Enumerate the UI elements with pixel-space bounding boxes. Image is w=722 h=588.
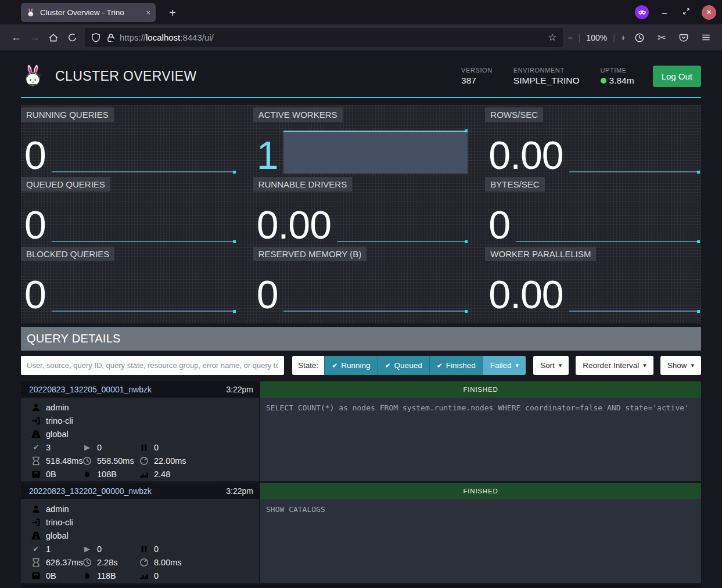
equalizer-icon bbox=[139, 571, 149, 580]
next-row-edge bbox=[21, 585, 701, 587]
stat-value: 0 bbox=[488, 207, 510, 243]
stat-sparkline bbox=[52, 131, 236, 174]
zoom-out-button[interactable]: − bbox=[568, 33, 573, 42]
lock-warning-icon[interactable] bbox=[106, 33, 116, 43]
query-id-link[interactable]: 20220823_132205_00001_nwbzk bbox=[29, 385, 152, 394]
window-minimize-button[interactable]: – bbox=[659, 8, 670, 17]
state-filter-running[interactable]: ✔Running bbox=[324, 356, 377, 375]
clock-icon bbox=[82, 558, 92, 567]
stat-tile-reserved-memory: RESERVED MEMORY (B) 0 bbox=[253, 244, 469, 314]
state-filter-finished[interactable]: ✔Finished bbox=[429, 356, 483, 375]
cpu-time: 2.28s bbox=[97, 558, 117, 567]
stat-tile-active-workers: ACTIVE WORKERS 1 bbox=[253, 105, 469, 175]
stat-tile-runnable-drivers: RUNNABLE DRIVERS 0.00 bbox=[253, 175, 469, 244]
cpu-time: 558.50ms bbox=[97, 456, 134, 466]
reorder-interval-dropdown[interactable]: Reorder Interval▾ bbox=[576, 356, 653, 375]
zoom-level[interactable]: 100% bbox=[586, 33, 607, 42]
home-icon bbox=[48, 33, 59, 43]
caret-down-icon: ▾ bbox=[643, 362, 646, 369]
state-filter-failed-dropdown[interactable]: Failed▾ bbox=[483, 356, 526, 375]
check-icon: ✔ bbox=[31, 544, 41, 553]
screenshot-button[interactable]: ✂ bbox=[652, 28, 671, 47]
play-icon: ▶ bbox=[82, 544, 92, 553]
query-rate: 0 bbox=[154, 571, 159, 580]
query-source: trino-cli bbox=[46, 518, 73, 527]
stat-tile-worker-parallelism: WORKER PARALLELISM 0.00 bbox=[485, 244, 701, 314]
tab-close-icon[interactable]: × bbox=[142, 8, 150, 17]
stat-label: RESERVED MEMORY (B) bbox=[253, 247, 367, 261]
query-search-input[interactable] bbox=[21, 356, 284, 375]
query-user: admin bbox=[46, 504, 69, 514]
execution-time: 8.00ms bbox=[154, 558, 182, 567]
hourglass-icon bbox=[31, 456, 41, 466]
browser-tab[interactable]: Cluster Overview - Trino × bbox=[21, 3, 156, 22]
bookmark-star-icon[interactable]: ☆ bbox=[548, 31, 556, 44]
running-splits: 0 bbox=[97, 544, 102, 554]
stat-label: BLOCKED QUERIES bbox=[21, 247, 114, 261]
gauge-icon bbox=[139, 558, 149, 567]
stat-tile-running-queries: RUNNING QUERIES 0 bbox=[21, 105, 237, 175]
url-text: https://localhost:8443/ui/ bbox=[120, 33, 548, 42]
query-user: admin bbox=[46, 403, 69, 412]
reload-icon bbox=[67, 33, 77, 42]
query-id-link[interactable]: 20220823_132202_00000_nwbzk bbox=[29, 486, 152, 496]
play-icon: ▶ bbox=[82, 443, 92, 452]
query-status-badge: FINISHED bbox=[260, 381, 701, 398]
wall-time: 626.37ms bbox=[46, 558, 83, 567]
caret-down-icon: ▾ bbox=[691, 362, 694, 369]
caret-down-icon: ▾ bbox=[559, 362, 562, 369]
user-icon bbox=[31, 403, 41, 412]
state-filter-queued[interactable]: ✔Queued bbox=[378, 356, 429, 375]
url-bar[interactable]: https://localhost:8443/ui/ ☆ bbox=[85, 28, 563, 47]
sort-dropdown[interactable]: Sort▾ bbox=[533, 356, 569, 375]
fire-icon bbox=[82, 470, 92, 479]
query-row: 20220823_132202_00000_nwbzk 3:22pm FINIS… bbox=[21, 483, 701, 583]
menu-button[interactable] bbox=[696, 28, 715, 47]
query-status-badge: FINISHED bbox=[260, 483, 701, 499]
cumulative-memory: 118B bbox=[97, 571, 116, 580]
query-time: 3:22pm bbox=[226, 486, 253, 496]
check-icon: ✔ bbox=[31, 443, 41, 452]
stat-value: 0.00 bbox=[488, 276, 563, 313]
query-filter-toolbar: State: ✔Running ✔Queued ✔Finished Failed… bbox=[21, 356, 701, 375]
cluster-overview-header: CLUSTER OVERVIEW VERSION 387 ENVIRONMENT… bbox=[21, 51, 701, 98]
history-button[interactable] bbox=[630, 28, 649, 47]
query-text-panel: SELECT COUNT(*) as nodes FROM system.run… bbox=[260, 398, 701, 481]
show-dropdown[interactable]: Show▾ bbox=[660, 356, 701, 375]
stat-tile-blocked-queries: BLOCKED QUERIES 0 bbox=[21, 244, 237, 314]
query-row-header: 20220823_132202_00000_nwbzk 3:22pm bbox=[21, 483, 259, 499]
trino-logo bbox=[21, 64, 45, 88]
window-close-button[interactable]: ✕ bbox=[702, 5, 716, 20]
execution-time: 22.00ms bbox=[154, 456, 186, 466]
stat-label: BYTES/SEC bbox=[485, 177, 544, 192]
query-time: 3:22pm bbox=[226, 385, 253, 394]
completed-splits: 1 bbox=[46, 544, 51, 554]
new-tab-button[interactable]: + bbox=[164, 5, 181, 21]
stat-value: 0 bbox=[24, 137, 46, 174]
pocket-button[interactable] bbox=[674, 28, 693, 47]
stat-tile-bytes-sec: BYTES/SEC 0 bbox=[485, 175, 701, 244]
home-button[interactable] bbox=[44, 28, 63, 47]
query-row-header: 20220823_132205_00001_nwbzk 3:22pm bbox=[21, 381, 259, 398]
zoom-in-button[interactable]: + bbox=[621, 33, 626, 42]
mask-icon bbox=[638, 8, 646, 17]
reload-button[interactable] bbox=[63, 28, 81, 47]
pause-icon bbox=[139, 443, 149, 452]
road-icon bbox=[31, 531, 41, 540]
forward-button[interactable]: → bbox=[26, 28, 44, 47]
logout-button[interactable]: Log Out bbox=[653, 66, 701, 87]
queued-splits: 0 bbox=[154, 544, 159, 554]
window-restore-button[interactable] bbox=[680, 7, 692, 17]
stat-value: 0 bbox=[24, 207, 46, 243]
tab-title: Cluster Overview - Trino bbox=[40, 8, 142, 17]
stat-sparkline bbox=[52, 270, 236, 313]
stat-value: 0.00 bbox=[488, 137, 563, 174]
query-sql-text: SHOW CATALOGS bbox=[266, 504, 695, 515]
caret-down-icon: ▾ bbox=[516, 362, 519, 369]
state-filter-label: State: bbox=[292, 356, 324, 375]
query-list: 20220823_132205_00001_nwbzk 3:22pm FINIS… bbox=[21, 381, 701, 587]
stat-label: RUNNING QUERIES bbox=[21, 107, 114, 122]
stat-sparkline bbox=[283, 270, 468, 313]
shield-icon[interactable] bbox=[91, 33, 101, 43]
back-button[interactable]: ← bbox=[7, 28, 26, 47]
